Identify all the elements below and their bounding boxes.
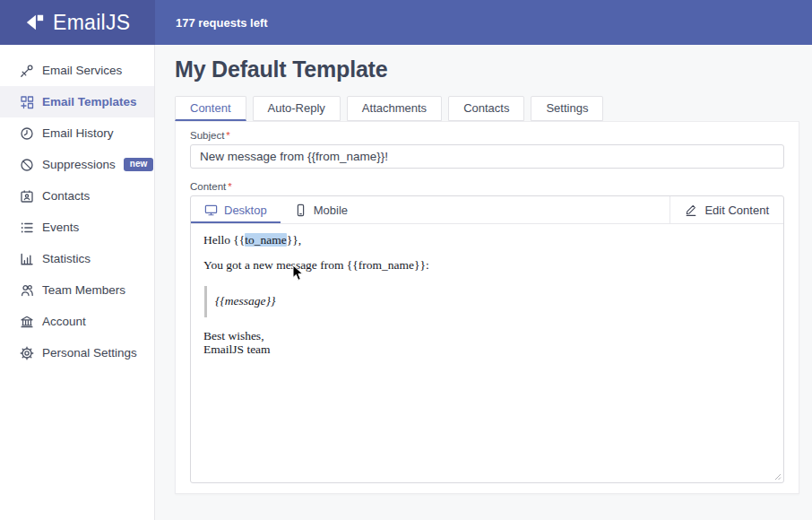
required-mark: * xyxy=(228,181,231,192)
mobile-phone-icon xyxy=(294,204,307,217)
email-body-preview: Hello {{to_name}}, You got a new message… xyxy=(191,224,783,482)
template-tabs: Content Auto-Reply Attachments Contacts … xyxy=(175,96,812,121)
brand-name: EmailJS xyxy=(53,11,130,35)
ban-icon xyxy=(19,157,34,172)
sidebar-item-email-history[interactable]: Email History xyxy=(0,117,154,149)
view-tab-desktop[interactable]: Desktop xyxy=(191,196,281,223)
sidebar-item-account[interactable]: Account xyxy=(0,306,154,337)
sidebar-item-label: Events xyxy=(42,221,79,234)
sidebar-item-suppressions[interactable]: Suppressions new xyxy=(0,149,154,180)
content-label: Content* xyxy=(190,181,784,192)
content-preview-box: Desktop Mobile xyxy=(190,195,784,483)
sidebar-item-label: Email Services xyxy=(42,64,122,77)
message-intro-line: You got a new message from {{from_name}}… xyxy=(203,258,771,273)
desktop-monitor-icon xyxy=(204,204,218,217)
main-content: My Default Template Content Auto-Reply A… xyxy=(156,45,812,520)
emailjs-logo-icon xyxy=(25,13,45,32)
pencil-edit-icon xyxy=(685,204,697,216)
sidebar-item-label: Personal Settings xyxy=(42,346,137,360)
top-header: EmailJS 177 requests left xyxy=(0,0,812,45)
preview-toolbar: Desktop Mobile xyxy=(191,196,783,224)
brand-logo[interactable]: EmailJS xyxy=(0,0,155,45)
edit-content-label: Edit Content xyxy=(704,204,769,217)
clock-icon xyxy=(19,126,34,141)
resize-handle[interactable] xyxy=(773,472,782,481)
tab-attachments[interactable]: Attachments xyxy=(347,96,442,121)
people-icon xyxy=(19,282,34,298)
sidebar-item-label: Account xyxy=(42,315,86,328)
page-title: My Default Template xyxy=(175,56,812,82)
plug-icon xyxy=(19,63,34,78)
sidebar-item-label: Email History xyxy=(42,126,114,140)
bar-chart-icon xyxy=(19,251,34,266)
subject-input[interactable] xyxy=(190,144,784,169)
view-tab-label: Desktop xyxy=(224,204,267,217)
tab-auto-reply[interactable]: Auto-Reply xyxy=(253,96,341,121)
sidebar-item-label: Email Templates xyxy=(42,95,137,108)
message-blockquote: {{message}} xyxy=(204,286,771,316)
sidebar-item-team-members[interactable]: Team Members xyxy=(0,274,154,306)
sidebar-nav: Email Services Email Templates Email His… xyxy=(0,45,155,520)
sidebar-item-label: Team Members xyxy=(42,283,125,297)
grid-plus-icon xyxy=(19,94,34,109)
tab-settings[interactable]: Settings xyxy=(531,96,603,121)
edit-content-button[interactable]: Edit Content xyxy=(669,196,783,223)
contact-card-icon xyxy=(19,188,34,204)
list-icon xyxy=(19,220,34,235)
sidebar-item-email-templates[interactable]: Email Templates xyxy=(0,86,154,117)
bank-icon xyxy=(19,314,34,329)
sidebar-item-contacts[interactable]: Contacts xyxy=(0,180,154,212)
closing-lines: Best wishes,EmailJS team xyxy=(203,329,771,356)
template-editor-card: Subject* Content* Desktop xyxy=(175,121,799,494)
subject-label: Subject* xyxy=(190,130,784,141)
sidebar-item-events[interactable]: Events xyxy=(0,212,154,243)
view-tab-label: Mobile xyxy=(314,204,348,217)
required-mark: * xyxy=(226,130,229,141)
new-badge: new xyxy=(124,158,153,171)
tab-content[interactable]: Content xyxy=(175,96,246,121)
sidebar-item-personal-settings[interactable]: Personal Settings xyxy=(0,337,154,368)
sidebar-item-statistics[interactable]: Statistics xyxy=(0,243,154,274)
view-tab-mobile[interactable]: Mobile xyxy=(281,196,361,223)
highlighted-variable: to_name xyxy=(245,233,287,247)
sidebar-item-email-services[interactable]: Email Services xyxy=(0,55,154,86)
sidebar-item-label: Suppressions xyxy=(42,158,116,171)
gear-icon xyxy=(19,345,34,360)
sidebar-item-label: Statistics xyxy=(42,252,91,265)
requests-left-counter: 177 requests left xyxy=(155,0,268,45)
tab-contacts[interactable]: Contacts xyxy=(448,96,524,121)
greeting-line: Hello {{to_name}}, xyxy=(203,233,771,247)
sidebar-item-label: Contacts xyxy=(42,189,90,203)
